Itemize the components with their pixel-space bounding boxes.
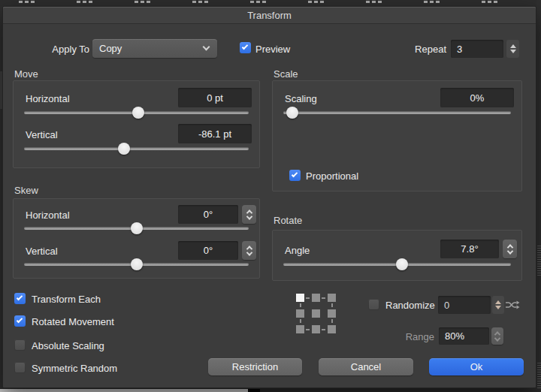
anchor-dash (331, 319, 333, 323)
rotated-movement-label: Rotated Movement (32, 316, 114, 327)
absolute-scaling-label: Absolute Scaling (32, 340, 104, 351)
move-horizontal-slider[interactable] (24, 107, 249, 119)
transform-each-checkbox[interactable] (14, 293, 26, 304)
anchor-dash (300, 303, 301, 307)
skew-section-title: Skew (14, 185, 38, 196)
slider-thumb[interactable] (131, 258, 143, 270)
symmetric-random-checkbox[interactable] (14, 362, 26, 373)
slider-thumb[interactable] (396, 258, 408, 270)
dialog-titlebar[interactable]: Transform (3, 7, 536, 24)
move-group-box: Horizontal 0 pt Vertical -86.1 pt (13, 80, 260, 168)
restriction-button[interactable]: Restriction (208, 358, 302, 375)
shuffle-button[interactable] (505, 300, 520, 310)
skew-vertical-slider[interactable] (24, 258, 249, 270)
preview-label: Preview (255, 44, 290, 55)
move-horizontal-label: Horizontal (26, 93, 70, 104)
transform-dialog: Transform Apply To Copy Preview Repeat 3… (2, 6, 536, 388)
anchor-cell-bottom-center[interactable] (312, 325, 320, 333)
panel-hatch (537, 363, 541, 388)
skew-vertical-stepper[interactable] (242, 241, 256, 260)
anchor-dash (322, 329, 325, 330)
slider-thumb[interactable] (118, 143, 130, 155)
check-icon (292, 170, 298, 176)
anchor-cell-top-right[interactable] (328, 294, 336, 302)
angle-label: Angle (285, 245, 310, 256)
screen: Transform Apply To Copy Preview Repeat 3… (0, 0, 541, 392)
slider-track[interactable] (24, 147, 249, 150)
scale-group-box: Scaling 0% Proportional (272, 80, 522, 191)
triangle-up-icon (495, 300, 501, 304)
slider-thumb[interactable] (131, 222, 143, 234)
scale-section-title: Scale (274, 68, 298, 80)
skew-horizontal-input[interactable]: 0° (178, 205, 238, 224)
scaling-input[interactable]: 0% (440, 88, 514, 107)
anchor-cell-center[interactable] (312, 309, 320, 318)
scaling-slider[interactable] (283, 107, 511, 119)
anchor-cell-top-left[interactable] (296, 294, 304, 302)
background-gap (248, 389, 260, 392)
background-bottom-edge (0, 388, 541, 392)
randomize-label: Randomize (385, 300, 435, 311)
anchor-cell-middle-right[interactable] (328, 309, 336, 318)
skew-horizontal-label: Horizontal (26, 210, 70, 221)
angle-slider[interactable] (283, 258, 511, 270)
anchor-dash (322, 297, 325, 299)
randomize-input[interactable]: 0 (438, 296, 491, 314)
move-vertical-slider[interactable] (24, 143, 249, 155)
move-horizontal-input[interactable]: 0 pt (178, 88, 252, 107)
ok-button[interactable]: Ok (429, 358, 524, 375)
preview-checkbox[interactable] (240, 42, 251, 53)
anchor-dash (300, 319, 301, 323)
absolute-scaling-checkbox[interactable] (14, 339, 26, 351)
angle-input[interactable]: 7.8° (440, 240, 499, 258)
move-vertical-input[interactable]: -86.1 pt (178, 124, 252, 143)
range-input[interactable]: 80% (439, 327, 489, 345)
repeat-input[interactable]: 3 (451, 40, 503, 58)
repeat-label: Repeat (394, 44, 446, 55)
anchor-dash (306, 329, 310, 330)
proportional-label: Proportional (306, 170, 358, 182)
proportional-checkbox[interactable] (289, 170, 301, 181)
slider-thumb[interactable] (286, 107, 298, 119)
anchor-cell-bottom-right[interactable] (328, 325, 336, 333)
triangle-down-icon (510, 50, 516, 53)
slider-thumb[interactable] (132, 107, 144, 119)
apply-to-select[interactable]: Copy (92, 39, 217, 58)
apply-to-value: Copy (99, 43, 122, 54)
angle-stepper[interactable] (503, 240, 517, 258)
move-vertical-label: Vertical (26, 129, 58, 140)
randomize-checkbox[interactable] (368, 299, 379, 310)
anchor-cell-middle-left[interactable] (296, 309, 304, 318)
skew-horizontal-slider[interactable] (24, 222, 249, 234)
ruler-tick-marks (19, 1, 541, 3)
background-right-panel (536, 0, 541, 392)
document-ruler (0, 0, 541, 6)
transform-each-label: Transform Each (32, 294, 101, 305)
triangle-up-icon (510, 44, 516, 48)
apply-to-label: Apply To (26, 44, 89, 55)
anchor-point-grid (296, 294, 336, 333)
check-icon (242, 43, 248, 49)
skew-group-box: Horizontal 0° Vertical 0° (13, 198, 260, 279)
shuffle-icon (505, 300, 520, 310)
chevron-down-icon (203, 44, 210, 51)
anchor-dash (331, 303, 333, 307)
dialog-title: Transform (3, 7, 536, 24)
rotate-group-box: Angle 7.8° (272, 230, 522, 281)
cancel-button[interactable]: Cancel (319, 358, 413, 375)
skew-horizontal-stepper[interactable] (242, 205, 256, 224)
scaling-label: Scaling (285, 93, 317, 104)
skew-vertical-input[interactable]: 0° (178, 241, 238, 260)
anchor-cell-top-center[interactable] (312, 294, 320, 302)
range-stepper[interactable] (491, 327, 503, 345)
triangle-down-icon (495, 306, 501, 309)
symmetric-random-label: Symmetric Random (32, 363, 117, 374)
skew-vertical-label: Vertical (26, 246, 58, 257)
randomize-stepper[interactable] (492, 296, 504, 314)
background-scrollbar (0, 389, 248, 392)
repeat-stepper[interactable] (506, 40, 519, 58)
slider-track[interactable] (283, 111, 511, 114)
rotated-movement-checkbox[interactable] (14, 315, 26, 327)
anchor-cell-bottom-left[interactable] (296, 325, 304, 333)
check-icon (17, 316, 23, 322)
